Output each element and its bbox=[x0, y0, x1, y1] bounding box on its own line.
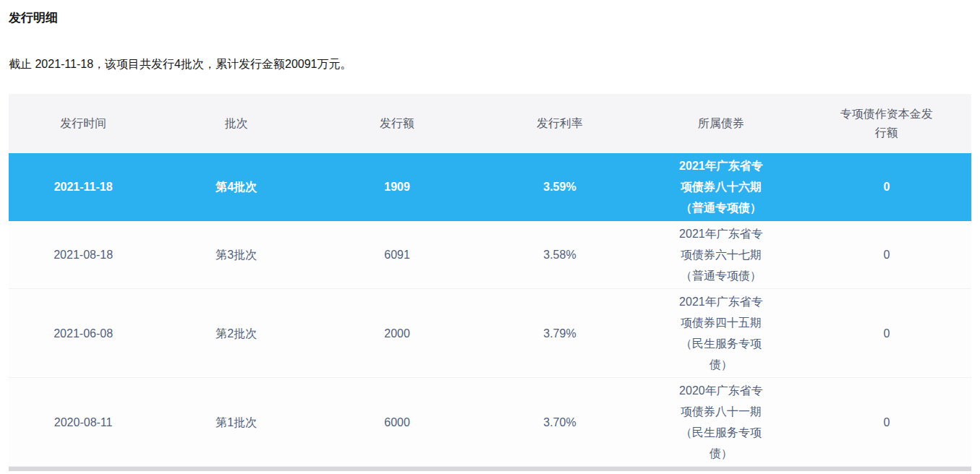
column-header-label: 发行时间 bbox=[60, 114, 106, 133]
cell-issue-rate: 3.58% bbox=[480, 221, 640, 289]
cell-issue-rate: 3.79% bbox=[480, 289, 640, 378]
column-header: 专项债作资本金发行额 bbox=[802, 94, 971, 153]
column-header: 批次 bbox=[158, 94, 315, 153]
column-header-label: 批次 bbox=[225, 114, 248, 133]
column-header: 发行时间 bbox=[9, 94, 158, 153]
cell-capital-issue-amount: 0 bbox=[802, 378, 971, 467]
cell-batch: 第4批次 bbox=[158, 153, 315, 221]
column-header-label: 所属债券 bbox=[698, 114, 744, 133]
cell-bond-name: 2021年广东省专项债券六十七期（普通专项债） bbox=[640, 221, 802, 289]
column-header: 所属债券 bbox=[640, 94, 802, 153]
cell-capital-issue-amount: 0 bbox=[802, 221, 971, 289]
table-row[interactable]: 2021-06-08第2批次20003.79%2021年广东省专项债券四十五期（… bbox=[9, 289, 971, 378]
column-header-label: 发行利率 bbox=[537, 114, 583, 133]
cell-bond-name: 2021年广东省专项债券四十五期（民生服务专项债） bbox=[640, 289, 802, 378]
column-header-label: 专项债作资本金发行额 bbox=[835, 105, 938, 142]
table-row[interactable]: 2021-08-18第3批次60913.58%2021年广东省专项债券六十七期（… bbox=[9, 221, 971, 289]
cell-issue-amount: 1909 bbox=[315, 153, 480, 221]
bond-name-text: 2021年广东省专项债券八十六期（普通专项债） bbox=[674, 155, 768, 218]
table-body: 2021-11-18第4批次19093.59%2021年广东省专项债券八十六期（… bbox=[9, 153, 971, 467]
column-header-label: 发行额 bbox=[380, 114, 414, 133]
cell-batch: 第3批次 bbox=[158, 221, 315, 289]
cell-bond-name: 2021年广东省专项债券八十六期（普通专项债） bbox=[640, 153, 802, 221]
cell-batch: 第1批次 bbox=[158, 378, 315, 467]
cell-bond-name: 2020年广东省专项债券八十一期（民生服务专项债） bbox=[640, 378, 802, 467]
cell-issue-rate: 3.70% bbox=[480, 378, 640, 467]
cell-issue-date: 2021-11-18 bbox=[9, 153, 158, 221]
column-header: 发行利率 bbox=[480, 94, 640, 153]
cell-issue-date: 2021-06-08 bbox=[9, 289, 158, 378]
cell-batch: 第2批次 bbox=[158, 289, 315, 378]
table-row[interactable]: 2020-08-11第1批次60003.70%2020年广东省专项债券八十一期（… bbox=[9, 378, 971, 467]
bond-name-text: 2021年广东省专项债券六十七期（普通专项债） bbox=[674, 223, 768, 286]
header-row: 发行时间批次发行额发行利率所属债券专项债作资本金发行额 bbox=[9, 94, 971, 153]
section-divider bbox=[9, 467, 971, 471]
cell-issue-date: 2020-08-11 bbox=[9, 378, 158, 467]
cell-issue-amount: 6091 bbox=[315, 221, 480, 289]
issuance-detail-section: 发行明细 截止 2021-11-18，该项目共发行4批次，累计发行金额20091… bbox=[0, 0, 980, 474]
bond-name-text: 2021年广东省专项债券四十五期（民生服务专项债） bbox=[674, 291, 768, 375]
bond-name-text: 2020年广东省专项债券八十一期（民生服务专项债） bbox=[674, 380, 768, 464]
table-row[interactable]: 2021-11-18第4批次19093.59%2021年广东省专项债券八十六期（… bbox=[9, 153, 971, 221]
cell-issue-amount: 6000 bbox=[315, 378, 480, 467]
cell-issue-date: 2021-08-18 bbox=[9, 221, 158, 289]
column-header: 发行额 bbox=[315, 94, 480, 153]
cell-capital-issue-amount: 0 bbox=[802, 153, 971, 221]
cell-issue-rate: 3.59% bbox=[480, 153, 640, 221]
issuance-table: 发行时间批次发行额发行利率所属债券专项债作资本金发行额 2021-11-18第4… bbox=[9, 94, 971, 467]
cell-capital-issue-amount: 0 bbox=[802, 289, 971, 378]
cell-issue-amount: 2000 bbox=[315, 289, 480, 378]
issuance-summary: 截止 2021-11-18，该项目共发行4批次，累计发行金额20091万元。 bbox=[9, 56, 971, 72]
section-title: 发行明细 bbox=[9, 0, 971, 26]
